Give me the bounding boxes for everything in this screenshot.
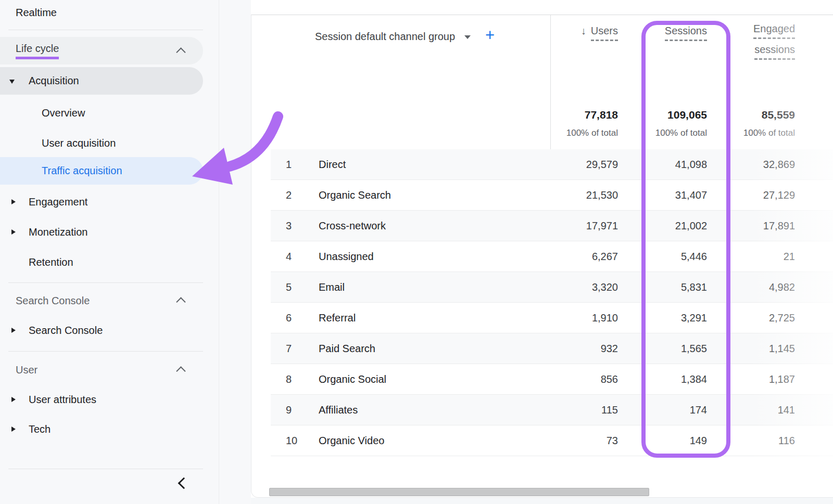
cell-users: 21,530 bbox=[586, 180, 618, 210]
realtime-label: Realtime bbox=[16, 7, 57, 19]
cell-sessions: 1,384 bbox=[681, 364, 707, 394]
sidebar-item-user-attributes[interactable]: User attributes bbox=[0, 388, 203, 411]
sidebar-divider bbox=[8, 282, 203, 283]
cell-rank: 1 bbox=[286, 149, 292, 179]
cell-rank: 3 bbox=[286, 211, 292, 241]
cell-sessions: 21,002 bbox=[675, 211, 707, 241]
dimension-header-dropdown[interactable]: Session default channel group + bbox=[315, 28, 495, 45]
cell-users: 932 bbox=[601, 333, 618, 364]
engaged-header-line2: sessions bbox=[754, 44, 795, 60]
monetization-label: Monetization bbox=[29, 226, 87, 238]
tech-label: Tech bbox=[29, 423, 51, 435]
table-row: 2 Organic Search 21,530 31,407 27,129 bbox=[271, 180, 833, 211]
cell-sessions: 174 bbox=[690, 395, 707, 425]
cell-users: 29,579 bbox=[586, 149, 618, 179]
chevron-up-icon bbox=[176, 297, 185, 306]
acquisition-label: Acquisition bbox=[29, 75, 79, 87]
table-row: 1 Direct 29,579 41,098 32,869 bbox=[271, 149, 833, 180]
cell-channel-name: Unassigned bbox=[319, 241, 374, 272]
cell-channel-name: Direct bbox=[319, 149, 346, 179]
cell-engaged-sessions: 1,187 bbox=[769, 364, 795, 394]
cell-channel-name: Organic Search bbox=[319, 180, 391, 210]
life-cycle-header-label: Life cycle bbox=[16, 43, 59, 59]
sidebar-inner-edge bbox=[219, 0, 219, 504]
sidebar-divider bbox=[8, 30, 203, 30]
sidebar-item-monetization[interactable]: Monetization bbox=[0, 221, 203, 243]
sort-descending-icon: ↓ bbox=[581, 25, 586, 36]
horizontal-scrollbar-thumb[interactable] bbox=[269, 488, 649, 496]
overview-label: Overview bbox=[42, 107, 85, 119]
cell-users: 3,320 bbox=[592, 272, 618, 302]
cell-sessions: 41,098 bbox=[675, 149, 707, 179]
cell-sessions: 5,831 bbox=[681, 272, 707, 302]
cell-channel-name: Referral bbox=[319, 303, 356, 333]
cell-sessions: 1,565 bbox=[681, 333, 707, 364]
cell-engaged-sessions: 1,145 bbox=[769, 333, 795, 364]
plus-icon[interactable]: + bbox=[485, 26, 495, 45]
sidebar-section-user[interactable]: User bbox=[0, 358, 203, 381]
cell-rank: 4 bbox=[286, 241, 292, 272]
engagement-label: Engagement bbox=[29, 196, 87, 208]
channel-table-body: 1 Direct 29,579 41,098 32,869 2 Organic … bbox=[271, 149, 833, 456]
chevron-right-icon bbox=[11, 229, 16, 235]
column-header-engaged-sessions[interactable]: Engaged sessions bbox=[692, 23, 795, 60]
cell-engaged-sessions: 141 bbox=[778, 395, 795, 425]
sidebar-item-traffic-acquisition[interactable]: Traffic acquisition bbox=[0, 157, 203, 185]
arrow-down-icon bbox=[9, 80, 15, 84]
cell-sessions: 5,446 bbox=[681, 241, 707, 272]
cell-rank: 8 bbox=[286, 364, 292, 394]
cell-engaged-sessions: 32,869 bbox=[763, 149, 795, 179]
retention-label: Retention bbox=[29, 256, 73, 268]
sidebar-item-realtime[interactable]: Realtime bbox=[0, 2, 203, 23]
sidebar-item-engagement[interactable]: Engagement bbox=[0, 190, 203, 213]
cell-rank: 7 bbox=[286, 333, 292, 364]
nav-collapse-button[interactable] bbox=[176, 475, 192, 491]
sidebar-item-tech[interactable]: Tech bbox=[0, 418, 203, 441]
chevron-right-icon bbox=[11, 328, 16, 333]
chevron-up-icon bbox=[176, 47, 185, 57]
table-row: 8 Organic Social 856 1,384 1,187 bbox=[271, 364, 833, 395]
cell-rank: 10 bbox=[286, 425, 297, 456]
cell-rank: 2 bbox=[286, 180, 292, 210]
user-attributes-label: User attributes bbox=[29, 394, 96, 406]
cell-channel-name: Paid Search bbox=[319, 333, 375, 364]
sidebar-item-search-console[interactable]: Search Console bbox=[0, 319, 203, 342]
cell-users: 17,971 bbox=[586, 211, 618, 241]
chevron-right-icon bbox=[11, 397, 16, 402]
cell-rank: 5 bbox=[286, 272, 292, 302]
sidebar-item-user-acquisition[interactable]: User acquisition bbox=[0, 132, 203, 154]
cell-sessions: 31,407 bbox=[675, 180, 707, 210]
cell-sessions: 3,291 bbox=[681, 303, 707, 333]
cell-rank: 9 bbox=[286, 395, 292, 425]
chevron-right-icon bbox=[11, 427, 16, 432]
user-header-label: User bbox=[16, 364, 37, 376]
table-row: 10 Organic Video 73 149 116 bbox=[271, 425, 833, 456]
cell-channel-name: Affiliates bbox=[319, 395, 358, 425]
search-console-header-label: Search Console bbox=[16, 295, 90, 307]
cell-engaged-sessions: 2,725 bbox=[769, 303, 795, 333]
cell-engaged-sessions: 17,891 bbox=[763, 211, 795, 241]
total-users-value: 77,818 bbox=[514, 109, 618, 121]
card-footer-strip bbox=[251, 498, 833, 504]
cell-users: 1,910 bbox=[592, 303, 618, 333]
sidebar-item-acquisition[interactable]: Acquisition bbox=[0, 67, 203, 95]
cell-engaged-sessions: 27,129 bbox=[763, 180, 795, 210]
column-header-users[interactable]: ↓Users bbox=[521, 25, 618, 41]
chevron-up-icon bbox=[176, 366, 185, 376]
table-row: 7 Paid Search 932 1,565 1,145 bbox=[271, 333, 833, 364]
total-engaged-subtitle: 100% of total bbox=[691, 128, 795, 138]
sidebar-section-life-cycle[interactable]: Life cycle bbox=[0, 37, 203, 64]
cell-users: 115 bbox=[601, 395, 618, 425]
user-acquisition-label: User acquisition bbox=[42, 137, 116, 149]
sidebar-section-search-console[interactable]: Search Console bbox=[0, 289, 203, 312]
cell-engaged-sessions: 116 bbox=[778, 425, 795, 456]
table-row: 3 Cross-network 17,971 21,002 17,891 bbox=[271, 211, 833, 241]
sidebar-item-retention[interactable]: Retention bbox=[0, 251, 203, 274]
cell-engaged-sessions: 4,982 bbox=[769, 272, 795, 302]
chevron-left-icon bbox=[178, 477, 190, 489]
sidebar-item-overview[interactable]: Overview bbox=[0, 101, 203, 124]
search-console-item-label: Search Console bbox=[29, 325, 103, 337]
cell-channel-name: Cross-network bbox=[319, 211, 386, 241]
cell-users: 6,267 bbox=[592, 241, 618, 272]
cell-rank: 6 bbox=[286, 303, 292, 333]
